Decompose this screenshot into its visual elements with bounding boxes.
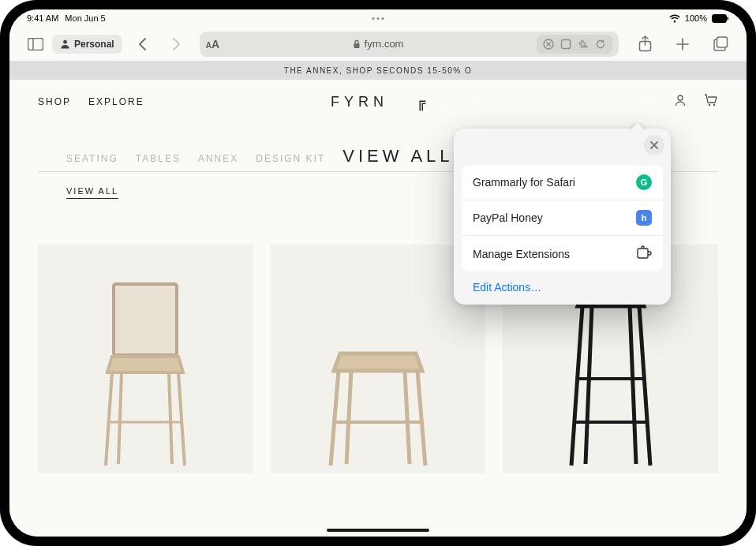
grammarly-icon: G — [636, 174, 652, 190]
svg-rect-2 — [28, 38, 43, 50]
extension-item-honey[interactable]: PayPal Honey h — [462, 200, 663, 236]
svg-rect-1 — [728, 17, 729, 20]
nav-links: SHOP EXPLORE — [38, 96, 144, 107]
address-bar[interactable]: AA fyrn.com — [200, 32, 619, 57]
address-actions — [537, 35, 612, 54]
extensions-list: Grammarly for Safari G PayPal Honey h Ma… — [462, 165, 663, 271]
extension-item-grammarly[interactable]: Grammarly for Safari G — [462, 165, 663, 200]
status-right: 100% — [669, 13, 729, 23]
extension-label: Manage Extensions — [473, 248, 570, 260]
tab-view-all[interactable]: VIEW ALL — [342, 146, 453, 166]
status-left: 9:41 AM Mon Jun 5 — [27, 13, 106, 23]
puzzle-icon — [636, 245, 652, 262]
account-icon[interactable] — [674, 94, 687, 110]
wifi-icon — [669, 14, 680, 23]
svg-line-26 — [417, 371, 425, 466]
tabs-overview-icon[interactable] — [709, 32, 732, 56]
address-text: fyrn.com — [365, 38, 404, 50]
svg-rect-5 — [354, 43, 359, 48]
extensions-popover: Grammarly for Safari G PayPal Honey h Ma… — [454, 129, 671, 305]
tab-design-kit[interactable]: DESIGN KIT — [256, 153, 325, 164]
text-size-icon[interactable]: AA — [206, 38, 219, 50]
battery-icon — [712, 14, 729, 23]
extension-label: Grammarly for Safari — [473, 176, 575, 189]
new-tab-icon[interactable] — [671, 32, 694, 56]
tab-seating[interactable]: SEATING — [66, 153, 118, 164]
brand-name: FYRN — [331, 94, 388, 110]
page-title: VIEW ALL — [66, 186, 118, 199]
svg-line-27 — [346, 371, 351, 464]
share-icon[interactable] — [633, 32, 657, 56]
svg-line-30 — [571, 306, 582, 466]
svg-line-21 — [178, 372, 185, 466]
svg-line-28 — [405, 371, 410, 464]
person-icon — [60, 39, 70, 49]
edit-actions-link[interactable]: Edit Actions… — [462, 271, 663, 294]
brand-mark-icon: ╔ — [417, 94, 425, 110]
status-time: 9:41 AM — [27, 13, 58, 23]
svg-line-22 — [118, 372, 122, 464]
svg-rect-19 — [114, 284, 177, 355]
safari-toolbar: Personal AA fyrn.com — [9, 27, 747, 62]
promo-banner[interactable]: THE ANNEX, SHOP SECONDS 15-50% O — [9, 62, 747, 80]
svg-point-15 — [678, 95, 683, 100]
battery-percent: 100% — [685, 13, 707, 23]
screen: 9:41 AM Mon Jun 5 100% — [9, 9, 747, 537]
status-bar: 9:41 AM Mon Jun 5 100% — [9, 9, 747, 27]
manage-extensions-item[interactable]: Manage Extensions — [462, 236, 663, 271]
nav-shop[interactable]: SHOP — [38, 96, 71, 107]
svg-line-23 — [169, 372, 172, 464]
extension-label: PayPal Honey — [473, 211, 543, 224]
status-date: Mon Jun 5 — [65, 13, 105, 23]
brand[interactable]: FYRN ╔ — [331, 94, 425, 110]
reload-icon[interactable] — [593, 37, 608, 51]
svg-point-16 — [709, 104, 710, 106]
sidebar-icon[interactable] — [24, 32, 47, 56]
svg-line-31 — [639, 306, 650, 466]
svg-line-33 — [630, 306, 636, 464]
back-button[interactable] — [130, 32, 154, 56]
honey-icon: h — [636, 210, 652, 226]
nav-explore[interactable]: EXPLORE — [88, 96, 144, 107]
extensions-icon[interactable] — [576, 37, 590, 51]
profile-label: Personal — [74, 39, 114, 50]
cart-icon[interactable] — [704, 94, 718, 110]
lock-icon — [353, 39, 361, 49]
ipad-frame: 9:41 AM Mon Jun 5 100% — [0, 0, 756, 546]
svg-rect-9 — [562, 39, 571, 48]
close-icon[interactable] — [644, 135, 664, 155]
translate-icon[interactable] — [559, 37, 573, 51]
site-header: SHOP EXPLORE FYRN ╔ — [9, 80, 747, 122]
tab-tables[interactable]: TABLES — [136, 153, 181, 164]
svg-rect-38 — [638, 249, 648, 258]
svg-point-4 — [63, 40, 67, 44]
svg-rect-0 — [713, 14, 727, 22]
svg-point-17 — [713, 104, 715, 106]
home-indicator[interactable] — [327, 529, 429, 532]
svg-line-20 — [106, 372, 112, 466]
profile-chip[interactable]: Personal — [52, 35, 122, 54]
web-content: THE ANNEX, SHOP SECONDS 15-50% O SHOP EX… — [9, 62, 747, 537]
stop-loading-icon[interactable] — [541, 37, 556, 51]
svg-line-25 — [331, 371, 339, 466]
svg-line-32 — [586, 306, 592, 464]
svg-rect-14 — [717, 37, 727, 47]
tab-annex[interactable]: ANNEX — [198, 153, 238, 164]
multitask-dots-icon[interactable] — [372, 17, 384, 20]
product-card[interactable] — [38, 245, 253, 473]
forward-button — [165, 32, 189, 56]
